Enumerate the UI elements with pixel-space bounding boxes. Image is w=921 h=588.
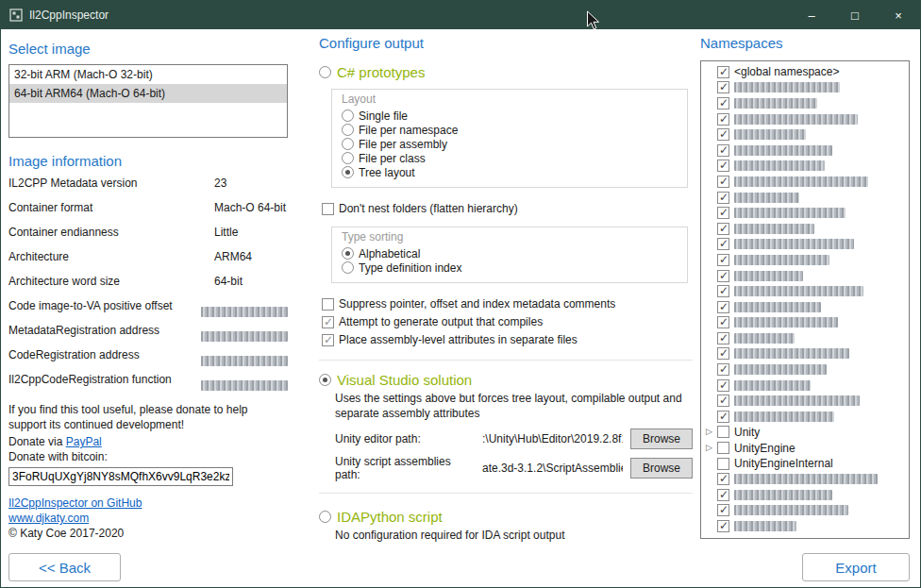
redacted-namespace — [734, 333, 795, 344]
namespace-item[interactable] — [703, 190, 907, 206]
bitcoin-address-input[interactable] — [8, 467, 233, 486]
checkbox-icon[interactable] — [717, 207, 729, 219]
namespace-item[interactable] — [703, 252, 907, 268]
checkbox-icon[interactable] — [717, 489, 729, 501]
namespace-item[interactable] — [703, 126, 907, 143]
namespace-item[interactable] — [703, 471, 907, 487]
namespace-item[interactable] — [703, 143, 907, 159]
namespace-item[interactable] — [703, 409, 907, 425]
namespace-item[interactable] — [703, 393, 907, 409]
namespace-item[interactable] — [703, 237, 907, 253]
checkbox-icon[interactable] — [717, 347, 729, 360]
namespace-item[interactable] — [703, 315, 907, 331]
layout-option[interactable]: File per class — [342, 151, 678, 165]
path-value[interactable]: :\Unity\Hub\Editor\2019.2.8f1 — [482, 432, 623, 445]
idapython-radio[interactable]: IDAPython script — [319, 507, 693, 526]
flatten-checkbox[interactable]: Don't nest folders (flatten hierarchy) — [322, 200, 693, 217]
checkbox-icon[interactable] — [717, 81, 729, 93]
browse-button[interactable]: Browse — [630, 428, 693, 449]
namespace-item[interactable] — [703, 487, 907, 503]
checkbox-icon[interactable] — [717, 128, 729, 141]
minimize-button[interactable]: – — [790, 1, 833, 29]
back-button[interactable]: << Back — [8, 553, 121, 581]
namespace-item[interactable] — [703, 80, 907, 96]
checkbox-icon[interactable] — [717, 520, 729, 532]
expander-icon[interactable]: ▷ — [706, 427, 712, 436]
checkbox-icon — [322, 334, 334, 346]
csharp-prototypes-radio[interactable]: C# prototypes — [319, 62, 693, 81]
checkbox-icon[interactable] — [717, 301, 729, 313]
checkbox-icon[interactable] — [717, 113, 729, 126]
namespace-item[interactable] — [703, 330, 907, 346]
path-value[interactable]: ate.3d-3.1.2\ScriptAssemblies — [482, 462, 623, 475]
checkbox-icon[interactable] — [717, 97, 729, 109]
checkbox-icon[interactable] — [717, 270, 729, 282]
radio-icon — [342, 138, 354, 150]
checkbox-icon[interactable] — [717, 332, 729, 344]
checkbox-icon[interactable] — [717, 176, 729, 188]
checkbox-icon[interactable] — [717, 285, 729, 297]
checkbox-icon[interactable] — [717, 223, 729, 235]
namespace-item[interactable] — [703, 95, 907, 111]
paypal-link[interactable]: PayPal — [66, 435, 102, 448]
namespace-item[interactable] — [703, 283, 907, 299]
namespace-item[interactable] — [703, 346, 907, 362]
browse-button[interactable]: Browse — [630, 458, 693, 479]
vs-solution-radio[interactable]: Visual Studio solution — [319, 370, 693, 389]
namespace-item[interactable] — [703, 268, 907, 284]
checkbox-icon[interactable] — [717, 504, 729, 516]
checkbox-icon[interactable] — [717, 442, 729, 454]
donate-text: If you find this tool useful, please don… — [8, 402, 286, 432]
export-button[interactable]: Export — [802, 553, 910, 581]
checkbox-icon[interactable] — [717, 426, 729, 438]
namespace-label: <global namespace> — [734, 65, 839, 78]
image-list-item[interactable]: 64-bit ARM64 (Mach-O 64-bit) — [9, 84, 287, 103]
checkbox-icon[interactable] — [717, 473, 729, 485]
checkbox-icon[interactable] — [717, 379, 729, 392]
layout-option[interactable]: File per assembly — [342, 137, 678, 151]
github-link[interactable]: Il2CppInspector on GitHub — [8, 496, 142, 510]
namespace-list[interactable]: <global namespace>▷Unity▷UnityEngineUnit… — [700, 60, 910, 539]
checkbox-icon[interactable] — [717, 238, 729, 250]
namespace-item[interactable] — [703, 159, 907, 175]
namespace-item[interactable] — [703, 111, 907, 127]
namespace-item[interactable]: ▷Unity — [703, 425, 907, 441]
checkbox-icon[interactable] — [717, 144, 729, 157]
checkbox-icon[interactable] — [717, 254, 729, 266]
checkbox-icon[interactable] — [717, 458, 729, 470]
layout-option[interactable]: File per namespace — [342, 123, 678, 137]
checkbox-icon[interactable] — [717, 411, 729, 423]
titlebar[interactable]: Il2CppInspector – □ × — [1, 1, 920, 29]
checkbox-icon[interactable] — [717, 66, 729, 78]
checkbox-icon[interactable] — [717, 395, 729, 407]
expander-icon[interactable]: ▷ — [706, 443, 712, 452]
namespace-item[interactable] — [703, 518, 907, 534]
image-list-item[interactable]: 32-bit ARM (Mach-O 32-bit) — [9, 65, 287, 84]
namespace-item[interactable] — [703, 503, 907, 519]
output-checkbox[interactable]: Place assembly-level attributes in separ… — [322, 331, 693, 348]
namespace-item[interactable]: <global namespace> — [703, 64, 907, 80]
namespace-item[interactable]: UnityEngineInternal — [703, 456, 907, 472]
vs-solution-label: Visual Studio solution — [337, 372, 472, 388]
checkbox-icon[interactable] — [717, 160, 729, 172]
checkbox-icon[interactable] — [717, 316, 729, 328]
namespace-item[interactable] — [703, 221, 907, 237]
namespace-item[interactable] — [703, 378, 907, 394]
sorting-option[interactable]: Type definition index — [342, 260, 678, 275]
website-link[interactable]: www.djkaty.com — [8, 512, 89, 525]
checkbox-icon[interactable] — [717, 192, 729, 204]
namespace-item[interactable]: ▷UnityEngine — [703, 440, 907, 456]
namespace-item[interactable] — [703, 299, 907, 315]
namespace-item[interactable] — [703, 174, 907, 190]
image-list[interactable]: 32-bit ARM (Mach-O 32-bit)64-bit ARM64 (… — [8, 64, 288, 138]
close-button[interactable]: × — [877, 1, 920, 29]
namespace-item[interactable] — [703, 361, 907, 378]
sorting-option[interactable]: Alphabetical — [342, 246, 678, 260]
maximize-button[interactable]: □ — [833, 1, 877, 29]
checkbox-icon[interactable] — [717, 363, 729, 376]
layout-option[interactable]: Single file — [342, 109, 678, 123]
output-checkbox[interactable]: Attempt to generate output that compiles — [322, 313, 693, 330]
layout-option[interactable]: Tree layout — [342, 165, 678, 179]
namespace-item[interactable] — [703, 205, 907, 221]
output-checkbox[interactable]: Suppress pointer, offset and index metad… — [322, 295, 693, 312]
